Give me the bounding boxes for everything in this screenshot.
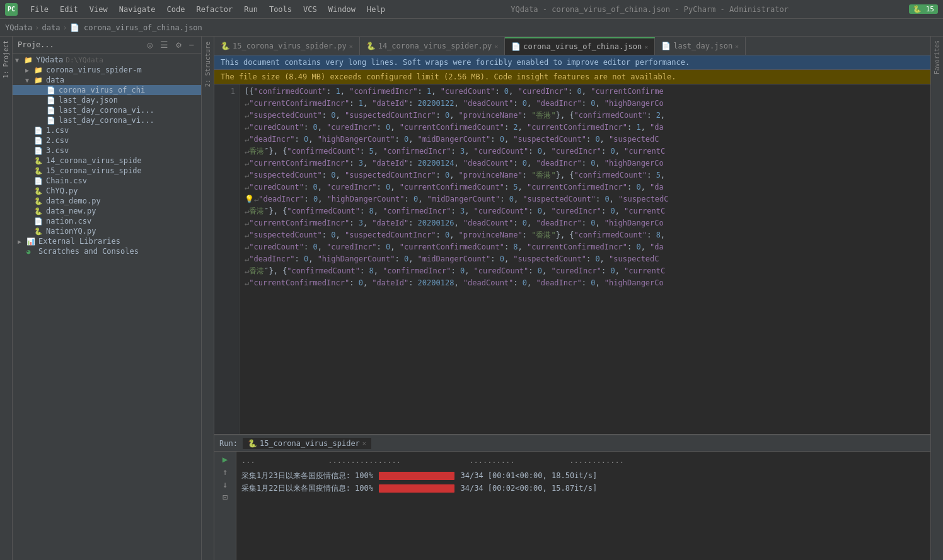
breadcrumb-item-3[interactable]: 📄 corona_virus_of_china.json [70, 23, 202, 32]
menu-code[interactable]: Code [162, 4, 190, 15]
menu-navigate[interactable]: Navigate [114, 4, 161, 15]
code-line-5: ↵"deadIncr": 0, "highDangerCount": 0, "m… [245, 134, 925, 146]
run-tab-close[interactable]: ✕ [362, 440, 366, 447]
project-scope-icon[interactable]: ◎ [146, 39, 154, 50]
tree-item-extlibs[interactable]: ▶ 📊 External Libraries [13, 236, 201, 246]
code-line-16: ↵香港″}, {"confirmedCount": 8, "confirmedI… [245, 265, 925, 277]
line-num-blank6 [218, 157, 235, 169]
csv-file-icon-nation: 📄 [34, 217, 44, 226]
line-num-blank [218, 98, 235, 110]
tab-label-corona-json: corona_virus_of_china.json [523, 42, 642, 51]
favorites-label[interactable]: Favorites [932, 37, 942, 78]
structure-strip: 2: Structure [202, 37, 214, 560]
py-file-icon-15: 🐍 [34, 167, 44, 175]
project-settings-icon[interactable]: ☰ [158, 39, 170, 50]
bottom-content: ▶ ↑ ↓ ⊡ ... ................ .......... … [214, 452, 930, 560]
run-label: Run: [219, 439, 238, 448]
left-strip: 1: Project [0, 37, 13, 560]
wrap-button[interactable]: ⊡ [223, 492, 228, 502]
tree-label-data: data [46, 76, 64, 84]
project-panel-tab[interactable]: 1: Project [1, 37, 11, 82]
notification-blue-text: This document contains very long lines. … [221, 58, 690, 67]
tree-item-lastday2-json[interactable]: 📄 last_day_corona_vi... [13, 105, 201, 115]
menu-help[interactable]: Help [362, 4, 390, 15]
tab-lastday-json[interactable]: 📄 last_day.json ✕ [655, 37, 746, 55]
tree-item-chyq[interactable]: 🐍 ChYQ.py [13, 186, 201, 196]
menu-bar: File Edit View Navigate Code Refactor Ru… [25, 4, 390, 15]
title-bar: PC File Edit View Navigate Code Refactor… [0, 0, 943, 19]
tree-item-datanew[interactable]: 🐍 data_new.py [13, 206, 201, 216]
tab-close-lastday-json[interactable]: ✕ [735, 43, 739, 50]
tree-root-path: D:\YQdata [66, 56, 103, 64]
run-tab[interactable]: 🐍 15_corona_virus_spider ✕ [243, 438, 371, 449]
tab-corona-json[interactable]: 📄 corona_virus_of_china.json ✕ [505, 37, 655, 55]
tab-15spider[interactable]: 🐍 15_corona_virus_spider.py ✕ [214, 37, 360, 55]
tree-label-3csv: 3.csv [46, 146, 69, 155]
code-line-1: [{"confirmedCount": 1, "confirmedIncr": … [245, 86, 925, 98]
menu-file[interactable]: File [25, 4, 54, 15]
tree-item-3csv[interactable]: 📄 3.csv [13, 146, 201, 156]
tree-item-lastday-json[interactable]: 📄 last_day.json [13, 95, 201, 105]
line-num-blank12 [218, 229, 235, 241]
tree-label-extlibs: External Libraries [38, 237, 120, 246]
tree-item-15spider[interactable]: 🐍 15_corona_virus_spide [13, 166, 201, 176]
menu-refactor[interactable]: Refactor [191, 4, 238, 15]
scratch-icon: ◕ [26, 248, 37, 256]
tab-label-lastday-json: last_day.json [673, 42, 732, 50]
menu-window[interactable]: Window [323, 4, 361, 15]
tab-close-15spider[interactable]: ✕ [349, 43, 353, 50]
line-num-blank3 [218, 122, 235, 134]
output-header: ... ................ .......... ........… [241, 454, 925, 467]
tree-item-scratches[interactable]: ◕ Scratches and Consoles [13, 246, 201, 256]
scroll-up-button[interactable]: ↑ [223, 467, 228, 477]
json-icon-tab3: 📄 [511, 42, 521, 51]
tree-label-corona: corona_virus_of_chi [59, 86, 145, 94]
code-line-3: ↵"suspectedCount": 0, "suspectedCountInc… [245, 110, 925, 122]
code-display[interactable]: [{"confirmedCount": 1, "confirmedIncr": … [240, 84, 930, 434]
csv-file-icon-1: 📄 [34, 127, 44, 135]
project-minimize-icon[interactable]: − [187, 39, 196, 50]
menu-edit[interactable]: Edit [55, 4, 83, 15]
tree-item-lastday3-json[interactable]: 📄 last_day_corona_vi... [13, 115, 201, 125]
tree-label-datademo: data_demo.py [46, 197, 101, 205]
editor-area: 🐍 15_corona_virus_spider.py ✕ 🐍 14_coron… [214, 37, 930, 560]
menu-run[interactable]: Run [239, 4, 263, 15]
tree-item-corona-json[interactable]: 📄 corona_virus_of_chi [13, 85, 201, 95]
breadcrumb-item-2[interactable]: data [42, 23, 61, 32]
py-icon-tab2: 🐍 [366, 42, 376, 50]
notification-soft-wrap: This document contains very long lines. … [214, 55, 930, 70]
menu-vcs[interactable]: VCS [298, 4, 322, 15]
tree-item-1csv[interactable]: 📄 1.csv [13, 125, 201, 135]
tree-item-spider-folder[interactable]: ▶ 📁 corona_virus_spider-m [13, 65, 201, 75]
tree-item-14spider[interactable]: 🐍 14_corona_virus_spide [13, 156, 201, 166]
notification-yellow-text: The file size (8.49 MB) exceeds configur… [221, 72, 676, 81]
tree-item-datademo[interactable]: 🐍 data_demo.py [13, 196, 201, 206]
menu-tools[interactable]: Tools [264, 4, 297, 15]
run-tab-label: 15_corona_virus_spider [260, 439, 360, 448]
tree-item-data-folder[interactable]: ▼ 📁 data [13, 75, 201, 85]
tree-item-nation[interactable]: 📄 nation.csv [13, 216, 201, 226]
json-icon-tab4: 📄 [661, 42, 671, 50]
tab-bar: 🐍 15_corona_virus_spider.py ✕ 🐍 14_coron… [214, 37, 930, 55]
tree-label-lastday: last_day.json [59, 96, 118, 105]
breadcrumb-item-1[interactable]: YQdata [5, 23, 32, 32]
tab-close-14spider[interactable]: ✕ [494, 43, 498, 50]
tree-item-2csv[interactable]: 📄 2.csv [13, 135, 201, 146]
tree-root-item[interactable]: ▼ 📁 YQdata D:\YQdata [13, 55, 201, 65]
structure-tab[interactable]: 2: Structure [203, 37, 212, 92]
breadcrumb-sep-1: › [35, 23, 39, 32]
tree-arrow-spider: ▶ [25, 67, 34, 74]
tree-label-15spider: 15_corona_virus_spide [46, 166, 142, 175]
tab-label-14spider: 14_corona_virus_spider.py [378, 42, 492, 50]
tab-14spider[interactable]: 🐍 14_corona_virus_spider.py ✕ [360, 37, 506, 55]
scroll-down-button[interactable]: ↓ [223, 479, 228, 489]
project-gear-icon[interactable]: ⚙ [174, 39, 183, 50]
folder-icon-data: 📁 [34, 76, 44, 84]
play-button[interactable]: ▶ [223, 454, 228, 464]
tree-item-nationyq[interactable]: 🐍 NationYQ.py [13, 226, 201, 236]
tree-item-chain[interactable]: 📄 Chain.csv [13, 176, 201, 186]
menu-view[interactable]: View [84, 4, 113, 15]
py-file-icon-nationyq: 🐍 [34, 227, 44, 236]
bottom-panel-header: Run: 🐍 15_corona_virus_spider ✕ [214, 435, 930, 452]
tab-close-corona-json[interactable]: ✕ [644, 43, 648, 50]
